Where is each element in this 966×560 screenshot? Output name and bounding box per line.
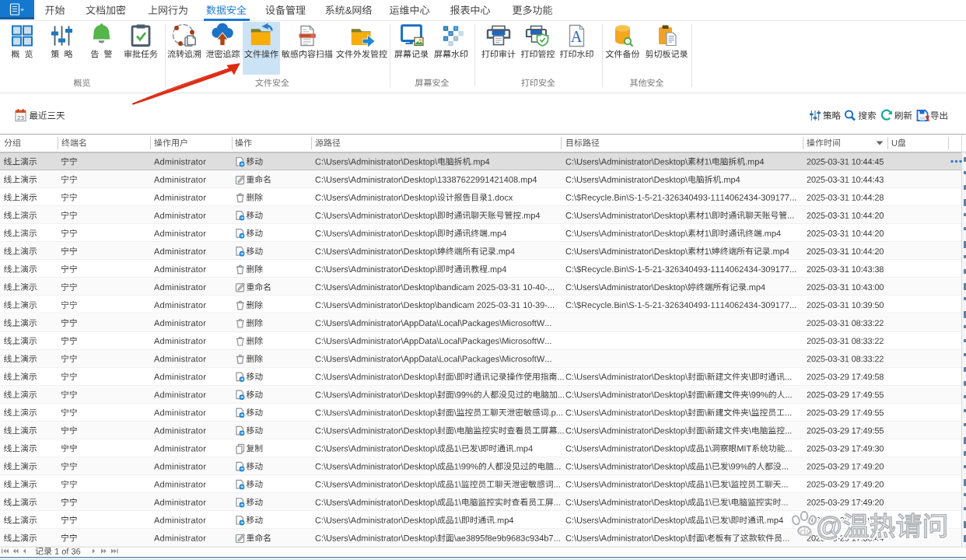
svg-text:23: 23 (17, 114, 24, 121)
